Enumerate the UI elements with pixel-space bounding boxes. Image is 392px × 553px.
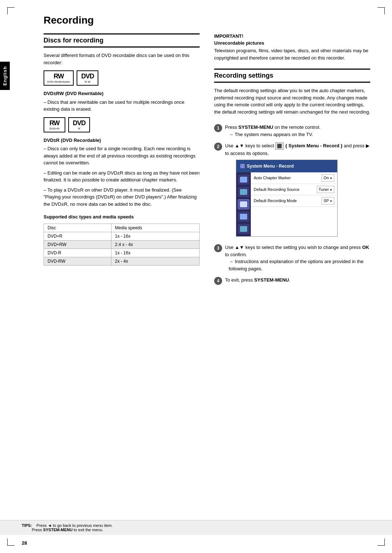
dvd-rw-logo2-sub: R W <box>80 80 95 83</box>
dvd-r-logo1: RW DVD+R <box>44 117 65 132</box>
dvdrw-label: DVD±RW (DVD Rewritable) <box>44 90 200 97</box>
sys-sidebar-item-1 <box>238 175 249 185</box>
step-3-num: 3 <box>214 244 222 252</box>
sys-menu-rows: Auto Chapter Marker On Default Recording… <box>251 172 337 236</box>
table-cell: 1x - 16x <box>111 232 199 240</box>
step-1-arrow: The system menu appears on the TV. <box>229 131 370 138</box>
system-menu-screenshot: ⊞ System Menu - Record <box>236 160 338 237</box>
dvdr-desc3: – To play a DVD±R on other DVD player, i… <box>44 187 200 208</box>
sys-row-label: Default Recording Mode <box>254 198 322 204</box>
sys-sidebar-item-2 <box>238 187 249 197</box>
page-number: 28 <box>22 540 27 546</box>
step-2: 2 Use ▲▼ keys to select ⬛ { System Menu … <box>214 142 370 239</box>
table-cell: DVD+RW <box>44 240 111 249</box>
sys-menu-row: Default Recording Source Tuner <box>251 184 337 196</box>
dropdown-arrow <box>330 198 332 204</box>
dvdrw-logos: RW DVD+ReWritable DVD R W <box>44 70 200 86</box>
sys-row-value: On <box>322 174 334 182</box>
dropdown-arrow <box>330 175 332 181</box>
table-cell: DVD+R <box>44 232 111 240</box>
page-title: Recording <box>44 15 370 26</box>
dvdr-desc2: – Editing can be made on any DVD±R discs… <box>44 169 200 184</box>
sys-row-value: SP <box>322 197 334 205</box>
dvdrw-desc: – Discs that are rewritable can be used … <box>44 99 200 113</box>
dvdr-logos: RW DVD+R DVD R <box>44 117 200 132</box>
step-3-bold: OK <box>362 245 369 250</box>
tips-footer: TIPS: Press ◄ to go back to previous men… <box>0 520 392 535</box>
section-discs-heading: Discs for recording <box>44 33 200 48</box>
sys-menu-body: Auto Chapter Marker On Default Recording… <box>236 172 337 236</box>
sys-sidebar-item-5 <box>238 224 249 234</box>
sys-menu-row: Default Recording Mode SP <box>251 195 337 207</box>
table-cell: DVD-R <box>44 249 111 257</box>
step-2-num: 2 <box>214 143 222 151</box>
table-cell: 2.4 x - 4x <box>111 240 199 249</box>
dvd-rw-logo1-sub: DVD+ReWritable <box>47 80 70 83</box>
sys-sidebar-item-4 <box>238 212 249 222</box>
important-title: IMPORTANT! <box>214 33 370 39</box>
unrecordable-title: Unrecordable pictures <box>214 40 370 46</box>
table-header-disc: Disc <box>44 224 111 232</box>
tips-system-menu: SYSTEM-MENU <box>43 528 73 532</box>
table-cell: 2x - 4x <box>111 257 199 265</box>
discs-intro: Several different formats of DVD recorda… <box>44 52 200 66</box>
dvd-r-logo2-sub: R <box>72 127 86 130</box>
sys-sidebar-item-3 <box>238 199 249 209</box>
dvdr-desc1: – Discs can only be used for a single re… <box>44 145 200 167</box>
step-3: 3 Use ▲▼ keys to select the setting you … <box>214 244 370 272</box>
recording-intro: The default recording settings allow you… <box>214 87 370 115</box>
sys-row-label: Default Recording Source <box>254 187 317 193</box>
dvd-rw-logo1: RW DVD+ReWritable <box>44 70 74 86</box>
step-2-content: Use ▲▼ keys to select ⬛ { System Menu - … <box>225 142 370 239</box>
step-1-bold: SYSTEM-MENU <box>238 124 273 130</box>
dvd-r-logo2-top: DVD <box>72 119 86 127</box>
right-column: IMPORTANT! Unrecordable pictures Televis… <box>214 33 370 289</box>
dvd-rw-logo2: DVD R W <box>77 70 98 86</box>
left-column: Discs for recording Several different fo… <box>44 33 200 289</box>
step-4-num: 4 <box>214 277 222 285</box>
table-header-speed: Media speeds <box>111 224 199 232</box>
step-1: 1 Press SYSTEM-MENU on the remote contro… <box>214 124 370 138</box>
step-4: 4 To exit, press SYSTEM-MENU. <box>214 276 370 285</box>
table-cell: DVD-RW <box>44 257 111 265</box>
sys-row-value: Tuner <box>317 186 334 193</box>
dvd-rw-logo2-top: DVD <box>80 73 95 80</box>
step-4-content: To exit, press SYSTEM-MENU. <box>225 276 370 284</box>
tips-line1: Press ◄ to go back to previous menu item… <box>36 523 113 528</box>
unrecordable-desc: Television programs, films, video tapes,… <box>214 47 370 61</box>
dvdr-label: DVD±R (DVD Recordable) <box>44 137 200 144</box>
supported-heading: Supported disc types and media speeds <box>44 213 200 221</box>
section-recording-heading: Recording settings <box>214 69 370 83</box>
dvd-r-logo1-sub: DVD+R <box>47 127 62 130</box>
dvd-r-logo1-top: RW <box>47 119 62 127</box>
disc-table: Disc Media speeds DVD+R1x - 16xDVD+RW2.4… <box>44 224 200 266</box>
tips-label: TIPS: <box>22 523 32 528</box>
step-2-bold: { System Menu - Record } <box>285 143 343 148</box>
dropdown-arrow <box>330 187 332 193</box>
important-box: IMPORTANT! Unrecordable pictures Televis… <box>214 33 370 61</box>
step-3-arrow: Instructions and explanation of the opti… <box>229 258 370 272</box>
dvd-r-logo2: DVD R <box>68 117 90 132</box>
step-4-bold: SYSTEM-MENU <box>254 277 289 283</box>
sys-menu-row: Auto Chapter Marker On <box>251 172 337 184</box>
table-cell: 1x - 16x <box>111 249 199 257</box>
system-menu-icon-inline: ⬛ <box>275 142 284 150</box>
step-3-content: Use ▲▼ keys to select the setting you wi… <box>225 244 370 272</box>
sys-row-label: Auto Chapter Marker <box>254 175 322 181</box>
step-1-content: Press SYSTEM-MENU on the remote control.… <box>225 124 370 138</box>
step-1-num: 1 <box>214 124 222 132</box>
sys-menu-sidebar <box>236 172 251 236</box>
dvd-rw-logo1-top: RW <box>47 73 70 80</box>
sys-menu-title: ⊞ System Menu - Record <box>236 160 337 172</box>
